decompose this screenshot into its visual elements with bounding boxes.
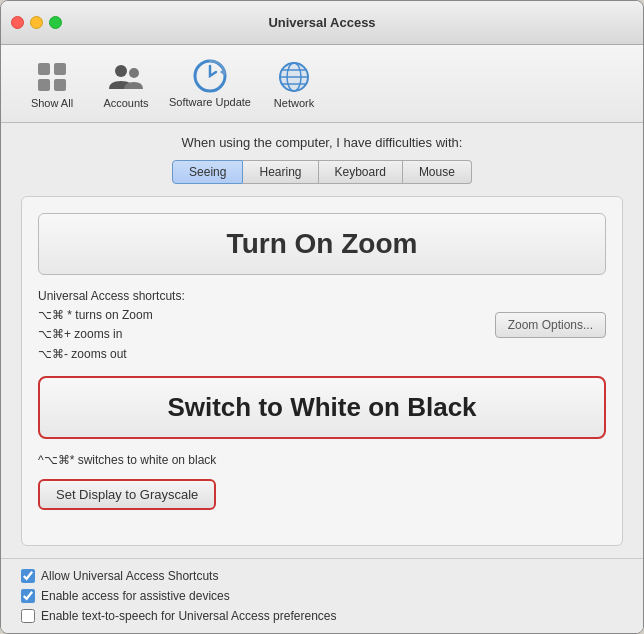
switch-white-on-black-button[interactable]: Switch to White on Black [38, 376, 606, 439]
zoom-options-button[interactable]: Zoom Options... [495, 312, 606, 338]
enable-assistive-checkbox[interactable] [21, 589, 35, 603]
tab-keyboard[interactable]: Keyboard [319, 160, 403, 184]
toolbar-item-show-all[interactable]: Show All [17, 55, 87, 113]
shortcuts-text-block: Universal Access shortcuts: ⌥⌘ * turns o… [38, 287, 185, 364]
svg-point-13 [280, 63, 308, 91]
toolbar: Show All Accounts [1, 45, 643, 123]
shortcut1: ⌥⌘ * turns on Zoom [38, 306, 185, 325]
svg-rect-2 [38, 79, 50, 91]
minimize-button[interactable] [30, 16, 43, 29]
accounts-label: Accounts [103, 97, 148, 109]
show-all-icon [34, 59, 70, 95]
shortcuts-row: Universal Access shortcuts: ⌥⌘ * turns o… [38, 287, 606, 364]
allow-shortcuts-row[interactable]: Allow Universal Access Shortcuts [21, 569, 623, 583]
shortcut2: ⌥⌘+ zooms in [38, 325, 185, 344]
tab-seeing[interactable]: Seeing [172, 160, 243, 184]
window: Universal Access Show All [0, 0, 644, 634]
tab-mouse[interactable]: Mouse [403, 160, 472, 184]
allow-shortcuts-checkbox[interactable] [21, 569, 35, 583]
network-label: Network [274, 97, 314, 109]
toolbar-item-software-update[interactable]: Software Update [165, 54, 255, 113]
toolbar-item-network[interactable]: Network [259, 55, 329, 113]
window-title: Universal Access [268, 15, 375, 30]
bottom-area: Allow Universal Access Shortcuts Enable … [1, 558, 643, 633]
toolbar-item-accounts[interactable]: Accounts [91, 55, 161, 113]
show-all-label: Show All [31, 97, 73, 109]
tab-hearing[interactable]: Hearing [243, 160, 318, 184]
software-update-label: Software Update [169, 96, 251, 109]
tabs: Seeing Hearing Keyboard Mouse [21, 160, 623, 184]
svg-point-5 [129, 68, 139, 78]
network-icon [276, 59, 312, 95]
svg-rect-1 [54, 63, 66, 75]
shortcuts-title: Universal Access shortcuts: [38, 287, 185, 306]
main-content: When using the computer, I have difficul… [1, 123, 643, 558]
accounts-icon [108, 59, 144, 95]
svg-rect-0 [38, 63, 50, 75]
traffic-lights [11, 16, 62, 29]
enable-assistive-row[interactable]: Enable access for assistive devices [21, 589, 623, 603]
prompt-text: When using the computer, I have difficul… [21, 135, 623, 150]
enable-tts-checkbox[interactable] [21, 609, 35, 623]
switch-note: ^⌥⌘* switches to white on black [38, 453, 606, 467]
turn-on-zoom-button[interactable]: Turn On Zoom [38, 213, 606, 275]
close-button[interactable] [11, 16, 24, 29]
grayscale-button[interactable]: Set Display to Grayscale [38, 479, 216, 510]
switch-button-text: Switch to White on Black [167, 392, 476, 422]
enable-assistive-label: Enable access for assistive devices [41, 589, 230, 603]
allow-shortcuts-label: Allow Universal Access Shortcuts [41, 569, 218, 583]
enable-tts-label: Enable text-to-speech for Universal Acce… [41, 609, 336, 623]
title-bar: Universal Access [1, 1, 643, 45]
enable-tts-row[interactable]: Enable text-to-speech for Universal Acce… [21, 609, 623, 623]
svg-point-4 [115, 65, 127, 77]
shortcut3: ⌥⌘- zooms out [38, 345, 185, 364]
svg-rect-3 [54, 79, 66, 91]
zoom-button-text: Turn On Zoom [227, 228, 418, 259]
software-update-icon [192, 58, 228, 94]
maximize-button[interactable] [49, 16, 62, 29]
panel: Turn On Zoom Universal Access shortcuts:… [21, 196, 623, 546]
